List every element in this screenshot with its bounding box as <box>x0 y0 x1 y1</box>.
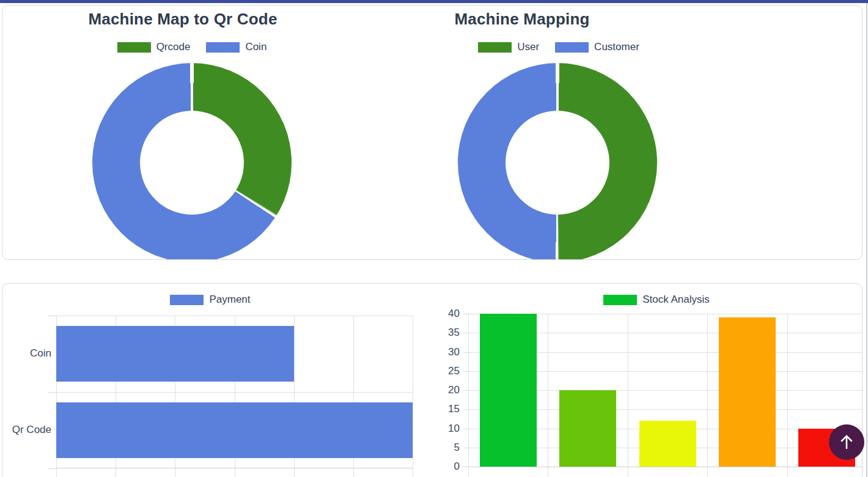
bar-Coin[interactable] <box>56 326 294 382</box>
gridline <box>707 314 708 467</box>
y-axis-tick-label: 0 <box>433 460 460 473</box>
axis-tick <box>468 467 469 477</box>
bar-chart-stock-analysis[interactable] <box>468 314 862 467</box>
bar-charts-card: Payment Coin Qr Code Stock Analysis 4035… <box>2 283 862 477</box>
axis-tick <box>56 468 57 477</box>
payment-axis-ticks <box>56 468 413 477</box>
scrollbar-track[interactable] <box>866 3 867 477</box>
axis-tick <box>787 467 788 477</box>
legend-label-user: User <box>517 41 539 53</box>
legend-payment: Payment <box>39 294 381 306</box>
axis-tick <box>463 314 468 314</box>
gridline <box>56 316 413 316</box>
axis-tick <box>235 468 235 477</box>
legend-swatch-qrcode <box>117 42 151 53</box>
legend-label-stock-analysis: Stock Analysis <box>642 294 710 306</box>
axis-tick <box>48 392 56 393</box>
up-arrow-icon <box>837 433 856 451</box>
legend-label-qrcode: Qrcode <box>156 41 191 53</box>
bar-stock-2[interactable] <box>559 390 616 467</box>
legend-item-user[interactable]: User <box>478 41 539 53</box>
axis-tick <box>294 468 295 477</box>
gridline <box>548 314 548 467</box>
y-axis-tick-label: 40 <box>433 308 460 320</box>
y-axis-tick-label: 20 <box>433 384 460 396</box>
legend-label-customer: Customer <box>594 41 639 53</box>
legend-machine-map: Qrcode Coin <box>39 41 345 53</box>
bar-stock-1[interactable] <box>480 314 537 467</box>
scroll-to-top-button[interactable] <box>829 424 864 460</box>
axis-tick <box>463 390 468 391</box>
gridline <box>787 314 788 467</box>
axis-label-coin: Coin <box>2 347 51 360</box>
gridline <box>468 314 469 467</box>
legend-item-coin[interactable]: Coin <box>206 41 267 53</box>
legend-machine-mapping: User Customer <box>467 41 650 53</box>
axis-tick <box>463 429 468 429</box>
y-axis-tick-label: 30 <box>433 346 460 358</box>
legend-swatch-payment <box>170 295 204 305</box>
page-title: Machine Map to Qr Code <box>2 8 363 30</box>
y-axis-tick-label: 15 <box>433 403 460 415</box>
legend-stock: Stock Analysis <box>565 294 748 306</box>
axis-tick <box>463 467 468 467</box>
doughnut-charts-card: Machine Map to Qr Code Qrcode Coin Machi… <box>2 5 862 260</box>
axis-tick <box>48 468 56 469</box>
axis-tick <box>353 468 354 477</box>
y-axis-tick-label: 10 <box>433 423 460 435</box>
axis-label-qr-code: Qr Code <box>2 424 51 436</box>
y-axis-tick-label: 5 <box>433 442 460 454</box>
axis-tick <box>463 371 468 372</box>
legend-swatch-coin <box>206 42 240 53</box>
axis-tick <box>48 316 56 316</box>
axis-tick <box>707 467 708 477</box>
legend-swatch-user <box>478 42 512 53</box>
axis-tick <box>463 352 468 353</box>
gridline <box>413 316 413 468</box>
gridline <box>628 314 628 467</box>
axis-tick <box>463 448 468 448</box>
axis-tick <box>548 467 548 477</box>
legend-item-customer[interactable]: Customer <box>555 41 639 53</box>
axis-tick <box>628 467 628 477</box>
legend-swatch-stock-analysis <box>603 295 637 305</box>
y-axis-tick-label: 35 <box>433 327 460 339</box>
bar-chart-payment[interactable] <box>56 316 413 468</box>
doughnut-chart-machine-mapping[interactable] <box>458 63 657 260</box>
legend-swatch-customer <box>555 42 589 53</box>
legend-label-payment: Payment <box>209 294 250 306</box>
bar-Qr Code[interactable] <box>56 402 413 458</box>
top-accent-bar <box>0 0 868 3</box>
axis-tick <box>175 468 175 477</box>
gridline <box>56 392 413 393</box>
bar-stock-3[interactable] <box>639 421 696 467</box>
axis-tick <box>463 333 468 333</box>
axis-tick <box>463 409 468 410</box>
stock-axis-ticks <box>468 467 862 477</box>
legend-label-coin: Coin <box>245 41 267 53</box>
doughnut-chart-machine-map[interactable] <box>92 63 292 260</box>
legend-item-payment[interactable]: Payment <box>170 294 250 306</box>
y-axis-tick-label: 25 <box>433 365 460 377</box>
legend-item-qrcode[interactable]: Qrcode <box>117 41 191 53</box>
bar-stock-4[interactable] <box>719 317 776 467</box>
legend-item-stock-analysis[interactable]: Stock Analysis <box>603 294 710 306</box>
axis-tick <box>413 468 413 477</box>
page-title: Machine Mapping <box>430 8 614 30</box>
axis-tick <box>116 468 116 477</box>
